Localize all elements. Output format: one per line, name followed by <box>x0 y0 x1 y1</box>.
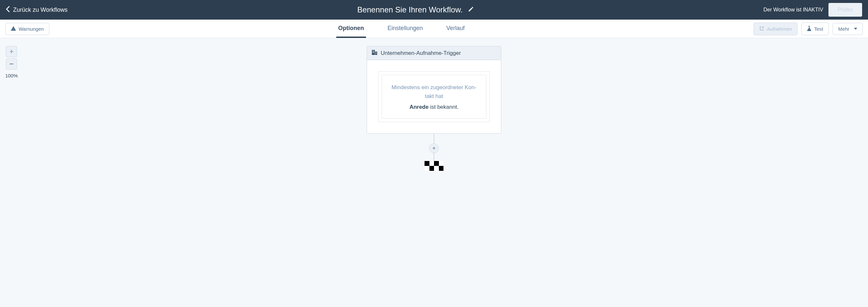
more-button[interactable]: Mehr <box>833 23 863 35</box>
filter-pretext: Mindestens ein zugeordneter Kon­takt hat <box>389 83 479 101</box>
tab-label: Optionen <box>338 25 364 32</box>
finish-flag-icon <box>425 161 443 171</box>
filter-property: Anrede <box>409 104 429 110</box>
filter-condition: Anrede ist bekannt. <box>389 104 479 110</box>
caret-down-icon <box>854 28 857 30</box>
header-center: Benennen Sie Ihren Workflow. <box>68 5 764 14</box>
tab-label: Verlauf <box>446 25 465 32</box>
chevron-left-icon <box>6 6 10 14</box>
toolbar-left: Warnungen <box>5 20 49 38</box>
warnings-label: Warnungen <box>19 26 44 32</box>
review-button[interactable]: Prüfen <box>829 3 862 16</box>
toolbar: Warnungen Optionen Einstellungen Verlauf… <box>0 20 868 38</box>
connector-line <box>434 153 434 161</box>
trigger-body: Mindestens ein zugeordneter Kon­takt hat… <box>367 60 501 133</box>
toolbar-right: Aufnehmen Test Mehr <box>754 20 863 38</box>
warning-icon <box>11 26 16 32</box>
top-header: Zurück zu Workflows Benennen Sie Ihren W… <box>0 0 868 20</box>
tab-options[interactable]: Optionen <box>336 20 366 38</box>
back-to-workflows-link[interactable]: Zurück zu Workflows <box>6 6 68 14</box>
workflow-title[interactable]: Benennen Sie Ihren Workflow. <box>357 5 462 14</box>
warnings-button[interactable]: Warnungen <box>5 23 49 35</box>
flow-column: Unternehmen-Aufnahme-Trigger Mindestens … <box>367 46 501 171</box>
trigger-title: Unternehmen-Aufnahme-Trigger <box>381 50 461 57</box>
enroll-icon <box>759 26 765 32</box>
trigger-header: Unternehmen-Aufnahme-Trigger <box>367 46 501 60</box>
test-button[interactable]: Test <box>801 23 829 35</box>
flask-icon <box>807 26 811 32</box>
filter-item[interactable]: Mindestens ein zugeordneter Kon­takt hat… <box>382 75 486 118</box>
enroll-label: Aufnehmen <box>767 26 792 32</box>
workflow-canvas[interactable]: + − 100% Unternehmen-Aufnahme-Trigger Mi… <box>0 38 868 307</box>
workflow-status: Der Workflow ist INAKTIV <box>764 7 823 13</box>
tab-settings[interactable]: Einstellungen <box>385 20 425 38</box>
company-icon <box>372 49 377 57</box>
tabs: Optionen Einstellungen Verlauf <box>49 20 754 38</box>
filter-operator: ist bekannt. <box>429 104 459 110</box>
tab-history[interactable]: Verlauf <box>444 20 467 38</box>
connector-line <box>434 134 434 143</box>
zoom-out-button[interactable]: − <box>6 59 17 70</box>
zoom-in-button[interactable]: + <box>6 46 17 57</box>
more-label: Mehr <box>838 26 849 32</box>
trigger-card[interactable]: Unternehmen-Aufnahme-Trigger Mindestens … <box>367 46 501 134</box>
add-step-button[interactable]: + <box>429 143 439 153</box>
enroll-button[interactable]: Aufnehmen <box>754 23 798 35</box>
tab-label: Einstellungen <box>388 25 423 32</box>
back-label: Zurück zu Workflows <box>13 6 68 13</box>
filter-group[interactable]: Mindestens ein zugeordneter Kon­takt hat… <box>378 71 490 122</box>
test-label: Test <box>814 26 823 32</box>
zoom-controls: + − 100% <box>5 46 18 78</box>
pencil-icon[interactable] <box>468 6 474 13</box>
header-right: Der Workflow ist INAKTIV Prüfen <box>764 3 862 16</box>
zoom-level: 100% <box>5 73 18 78</box>
